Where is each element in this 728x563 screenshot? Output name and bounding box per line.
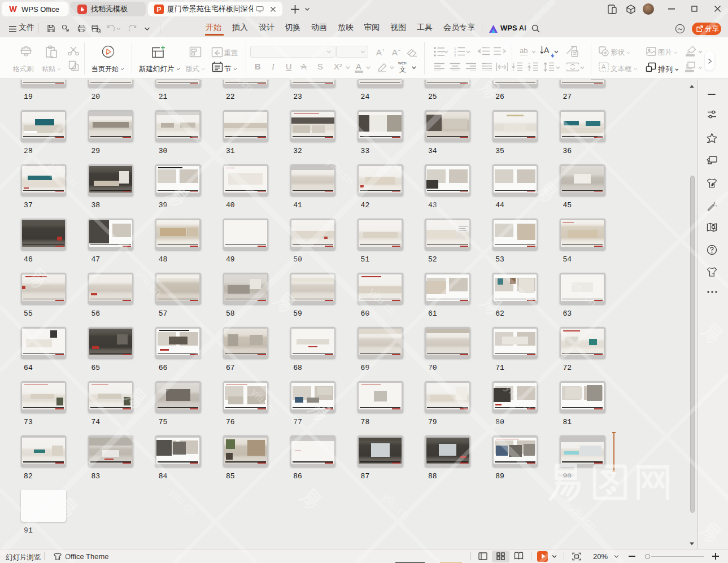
svg-text:1: 1 bbox=[454, 47, 456, 50]
svg-text:P: P bbox=[156, 5, 161, 13]
svg-text:3: 3 bbox=[454, 54, 456, 56]
